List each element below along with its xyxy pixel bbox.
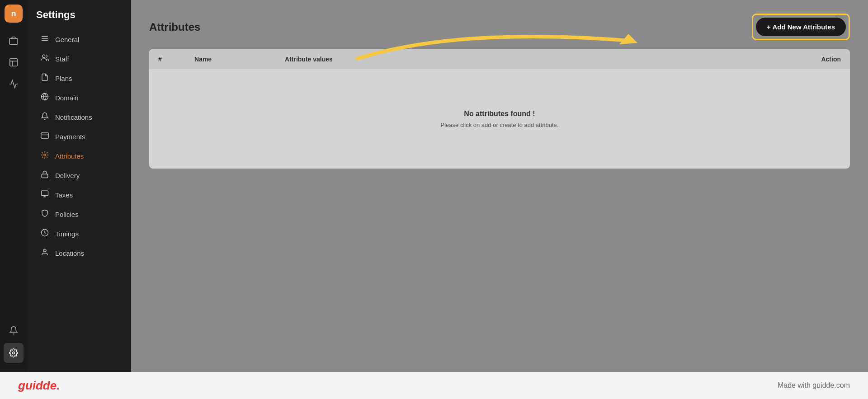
sidebar-item-domain[interactable]: Domain bbox=[31, 88, 127, 108]
table-empty-state: No attributes found ! Please click on ad… bbox=[149, 69, 850, 169]
svg-rect-0 bbox=[9, 38, 18, 44]
sidebar-item-taxes[interactable]: Taxes bbox=[31, 185, 127, 205]
table-header: # Name Attribute values Action bbox=[149, 49, 850, 69]
sidebar-label-plans: Plans bbox=[55, 75, 72, 82]
notifications-icon bbox=[40, 112, 50, 122]
attributes-icon bbox=[40, 151, 50, 161]
sidebar-item-timings[interactable]: Timings bbox=[31, 224, 127, 244]
settings-nav-icon[interactable] bbox=[4, 343, 24, 363]
empty-state-title: No attributes found ! bbox=[464, 110, 535, 118]
svg-point-8 bbox=[42, 55, 45, 57]
sidebar-label-domain: Domain bbox=[55, 94, 79, 102]
svg-rect-15 bbox=[42, 191, 48, 196]
svg-rect-14 bbox=[42, 174, 48, 178]
plans-icon bbox=[40, 73, 50, 84]
svg-point-13 bbox=[44, 154, 46, 156]
sidebar-label-taxes: Taxes bbox=[55, 191, 73, 199]
col-name: Name bbox=[194, 56, 285, 63]
footer: guidde. Made with guidde.com bbox=[0, 372, 868, 399]
add-button-highlight: + Add New Attributes bbox=[752, 14, 850, 40]
policies-icon bbox=[40, 209, 50, 220]
sidebar-label-notifications: Notifications bbox=[55, 113, 92, 121]
sidebar-label-payments: Payments bbox=[55, 133, 85, 141]
taxes-icon bbox=[40, 190, 50, 200]
sidebar: Settings General Staff Plans Domain bbox=[27, 0, 131, 372]
main-content: Attributes + Add New Attributes # Name A… bbox=[131, 0, 868, 372]
sidebar-label-delivery: Delivery bbox=[55, 172, 80, 179]
col-action: Action bbox=[750, 56, 841, 63]
sidebar-label-timings: Timings bbox=[55, 230, 79, 238]
store-nav-icon[interactable] bbox=[4, 31, 24, 51]
sidebar-label-policies: Policies bbox=[55, 211, 79, 218]
delivery-icon bbox=[40, 170, 50, 181]
svg-point-19 bbox=[43, 249, 46, 252]
app-logo[interactable]: n bbox=[5, 5, 23, 23]
sidebar-item-delivery[interactable]: Delivery bbox=[31, 166, 127, 185]
sidebar-item-attributes[interactable]: Attributes bbox=[31, 146, 127, 166]
footer-tagline: Made with guidde.com bbox=[778, 381, 850, 390]
chart-nav-icon[interactable] bbox=[4, 74, 24, 94]
icon-bar: n bbox=[0, 0, 27, 372]
col-number: # bbox=[158, 56, 194, 63]
domain-icon bbox=[40, 93, 50, 103]
sidebar-item-payments[interactable]: Payments bbox=[31, 127, 127, 146]
empty-state-subtitle: Please click on add or create to add att… bbox=[441, 122, 559, 128]
sidebar-item-general[interactable]: General bbox=[31, 30, 127, 49]
locations-icon bbox=[40, 248, 50, 258]
guidde-logo: guidde. bbox=[18, 379, 60, 393]
sidebar-label-locations: Locations bbox=[55, 249, 84, 257]
sidebar-item-policies[interactable]: Policies bbox=[31, 205, 127, 224]
sidebar-title: Settings bbox=[27, 9, 131, 30]
add-new-attributes-button[interactable]: + Add New Attributes bbox=[756, 18, 846, 36]
timings-icon bbox=[40, 229, 50, 239]
general-icon bbox=[40, 34, 50, 45]
svg-point-4 bbox=[13, 352, 15, 354]
staff-icon bbox=[40, 54, 50, 64]
svg-rect-1 bbox=[10, 59, 18, 66]
sidebar-item-plans[interactable]: Plans bbox=[31, 69, 127, 88]
bell-nav-icon[interactable] bbox=[4, 320, 24, 340]
attributes-table: # Name Attribute values Action No attrib… bbox=[149, 49, 850, 169]
attributes-header: Attributes + Add New Attributes bbox=[149, 14, 850, 40]
svg-rect-11 bbox=[41, 133, 49, 138]
sidebar-label-staff: Staff bbox=[55, 55, 69, 63]
sidebar-item-locations[interactable]: Locations bbox=[31, 244, 127, 263]
orders-nav-icon[interactable] bbox=[4, 52, 24, 72]
sidebar-label-general: General bbox=[55, 36, 79, 43]
sidebar-item-notifications[interactable]: Notifications bbox=[31, 108, 127, 127]
payments-icon bbox=[40, 131, 50, 142]
attributes-section-title: Attributes bbox=[149, 21, 200, 33]
sidebar-label-attributes: Attributes bbox=[55, 152, 84, 160]
sidebar-item-staff[interactable]: Staff bbox=[31, 49, 127, 69]
col-attribute-values: Attribute values bbox=[285, 56, 750, 63]
